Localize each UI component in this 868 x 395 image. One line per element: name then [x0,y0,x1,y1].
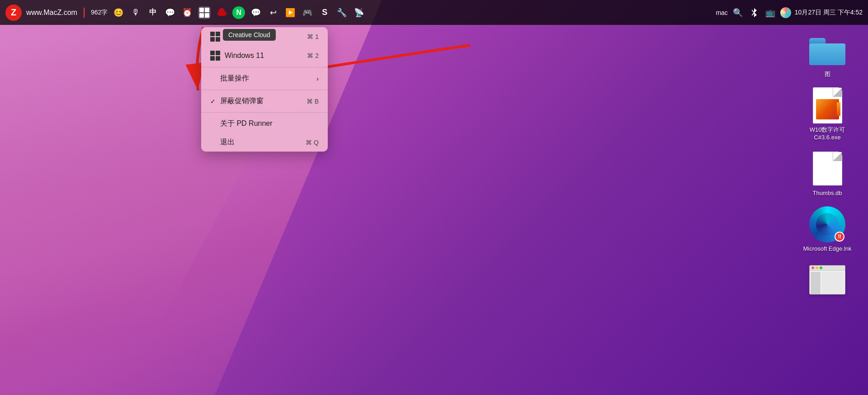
game-icon[interactable]: 🎮 [301,6,314,19]
play-icon[interactable]: ▶️ [284,6,297,19]
block-label: 屏蔽促销弹窗 [220,96,264,106]
batch-arrow: › [316,75,319,82]
thumbsdb-icon-container[interactable]: Thumbs.db [800,151,854,197]
menubar: Z www.MacZ.com 962字 😊 🎙 中 💬 ⏰ N [0,0,868,25]
n-icon[interactable]: N [232,6,245,19]
input-mode[interactable]: 中 [146,6,159,19]
datetime: 10月27日 周三 下午4:52 [795,9,863,17]
folder-label: 图 [825,71,830,78]
windows11-label: Windows 11 [225,52,264,60]
menu-item-batch[interactable]: 批量操作 › [201,69,328,88]
windows11-shortcut: ⌘ 2 [307,52,319,59]
screenshot-icon-image [809,262,845,298]
menu-item-windows10[interactable]: Wit Creative Cloud ⌘ 1 [201,27,328,46]
batch-label: 批量操作 [220,74,249,83]
clock-icon[interactable]: ⏰ [181,6,193,19]
separator-3 [201,112,328,113]
quit-shortcut: ⌘ Q [306,139,319,146]
siri-icon[interactable] [780,7,791,18]
separator-1 [201,67,328,67]
folder-icon-container[interactable]: 图 [800,32,854,78]
wechat-icon[interactable]: 💬 [164,6,176,19]
apple-logo-button[interactable]: Z [5,5,22,21]
emoji-icon[interactable]: 😊 [112,6,125,19]
creative-cloud-tooltip: Creative Cloud [223,29,276,41]
w10-label: W10数字许可 C#3.6.exe [810,126,845,142]
s-icon[interactable]: S [318,6,331,19]
folder-icon-image [809,32,845,68]
menubar-right: mac 🔍 📺 10月27日 周三 下午4:52 [716,6,863,19]
w10-file-icon-container[interactable]: W10数字许可 C#3.6.exe [800,87,854,142]
windows10-icon [210,32,220,42]
bluetooth-icon[interactable] [748,6,760,19]
tool-icon[interactable]: 🔧 [335,6,348,19]
message-icon[interactable]: 💬 [250,6,262,19]
dropdown-menu: Wit Creative Cloud ⌘ 1 Windows 11 ⌘ 2 批量… [201,27,328,152]
edge-icon-container[interactable]: ‼ Microsoft Edge.lnk [800,206,854,253]
desktop-icons-area: 图 W10数字许可 C#3.6.exe Thumbs.db [800,32,854,300]
svg-rect-3 [205,13,209,18]
menu-item-windows11[interactable]: Windows 11 ⌘ 2 [201,46,328,65]
thumbsdb-label: Thumbs.db [812,190,842,197]
svg-rect-2 [199,13,204,18]
website-url: www.MacZ.com [26,9,77,17]
username: mac [716,9,727,16]
back-icon[interactable]: ↩ [267,6,279,19]
edge-icon-image: ‼ [809,206,845,243]
svg-rect-1 [205,8,209,12]
w10-file-icon-image [809,87,845,124]
wifi-icon[interactable]: 📡 [353,6,365,19]
separator [84,8,85,18]
windows10-shortcut: ⌘ 1 [307,33,319,40]
windows11-icon [210,51,220,61]
quit-label: 退出 [220,138,235,147]
edge-label: Microsoft Edge.lnk [803,245,852,253]
menu-item-block[interactable]: ✓ 屏蔽促销弹窗 ⌘ B [201,92,328,110]
menu-item-quit[interactable]: 退出 ⌘ Q [201,133,328,152]
block-checkmark: ✓ [210,98,217,105]
pd-runner-icon[interactable] [198,6,211,19]
cast-icon[interactable]: 📺 [764,6,777,19]
thumbsdb-icon-image [809,151,845,187]
mic-icon[interactable]: 🎙 [129,6,142,19]
menubar-left: Z www.MacZ.com 962字 😊 🎙 中 💬 ⏰ N [5,5,365,21]
arrow-right [316,32,475,86]
screenshot-icon-container[interactable] [800,262,854,300]
desktop: Z www.MacZ.com 962字 😊 🎙 中 💬 ⏰ N [0,0,868,395]
about-label: 关于 PD Runner [220,119,273,128]
separator-2 [201,90,328,90]
search-icon[interactable]: 🔍 [731,6,744,19]
word-count: 962字 [91,9,108,17]
svg-rect-0 [199,8,204,12]
block-shortcut: ⌘ B [307,98,319,105]
menu-item-about[interactable]: 关于 PD Runner [201,114,328,133]
creative-cloud-icon[interactable] [215,6,228,19]
